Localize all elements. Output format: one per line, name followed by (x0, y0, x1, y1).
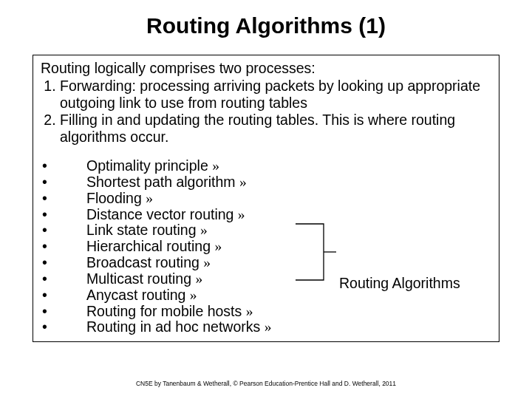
bullet-text: Link state routing (86, 222, 197, 238)
intro-text: Routing logically comprises two processe… (41, 60, 491, 76)
bullet-text: Anycast routing (86, 287, 185, 303)
footer-text: CN5E by Tanenbaum & Wetherall, © Pearson… (0, 380, 532, 387)
list-item: Forwarding: processing arriving packets … (60, 78, 491, 111)
bullet-icon: • (41, 158, 86, 174)
bullet-text: Routing in ad hoc networks (86, 318, 260, 335)
bullet-text: Broadcast routing (86, 254, 200, 270)
bullet-text: Flooding (86, 190, 142, 206)
numbered-list: Forwarding: processing arriving packets … (41, 78, 491, 145)
list-item: •Distance vector routing » (41, 207, 491, 223)
bullet-icon: • (41, 255, 86, 271)
raquo-icon: » (200, 222, 208, 238)
raquo-icon: » (212, 158, 219, 174)
bullet-icon: • (41, 319, 86, 335)
raquo-icon: » (246, 304, 253, 319)
slide: Routing Algorithms (1) Routing logically… (0, 0, 532, 399)
list-item: •Routing for mobile hosts » (41, 304, 491, 320)
raquo-icon: » (265, 319, 272, 335)
raquo-icon: » (203, 255, 211, 270)
bullet-text: Hierarchical routing (86, 238, 211, 254)
list-item: •Link state routing » (41, 222, 491, 239)
bullet-icon: • (41, 304, 86, 320)
bullet-icon: • (41, 191, 86, 207)
bullet-text: Optimality principle (86, 157, 208, 174)
bullet-icon: • (41, 239, 86, 255)
raquo-icon: » (239, 174, 247, 190)
bullet-icon: • (41, 222, 86, 239)
bullet-icon: • (41, 271, 86, 287)
bullet-list: •Optimality principle » •Shortest path a… (41, 158, 491, 335)
raquo-icon: » (214, 239, 222, 254)
content-box: Routing logically comprises two processe… (33, 55, 499, 342)
bullet-icon: • (41, 207, 86, 223)
list-item: •Flooding » (41, 191, 491, 207)
raquo-icon: » (195, 271, 202, 287)
bullet-text: Multicast routing (86, 270, 191, 287)
raquo-icon: » (146, 191, 153, 206)
annotation-label: Routing Algorithms (339, 275, 460, 292)
bullet-icon: • (41, 287, 86, 304)
bullet-text: Routing for mobile hosts (86, 303, 242, 319)
list-item: •Optimality principle » (41, 158, 491, 174)
raquo-icon: » (238, 207, 245, 222)
list-item: •Routing in ad hoc networks » (41, 319, 491, 335)
page-title: Routing Algorithms (1) (0, 0, 532, 47)
list-item: Filling in and updating the routing tabl… (60, 112, 491, 145)
bullet-text: Distance vector routing (86, 206, 233, 222)
bullet-icon: • (41, 174, 86, 191)
raquo-icon: » (190, 287, 197, 303)
list-item: •Shortest path algorithm » (41, 174, 491, 191)
bullet-text: Shortest path algorithm (86, 174, 236, 190)
list-item: •Broadcast routing » (41, 255, 491, 271)
list-item: •Hierarchical routing » (41, 239, 491, 255)
